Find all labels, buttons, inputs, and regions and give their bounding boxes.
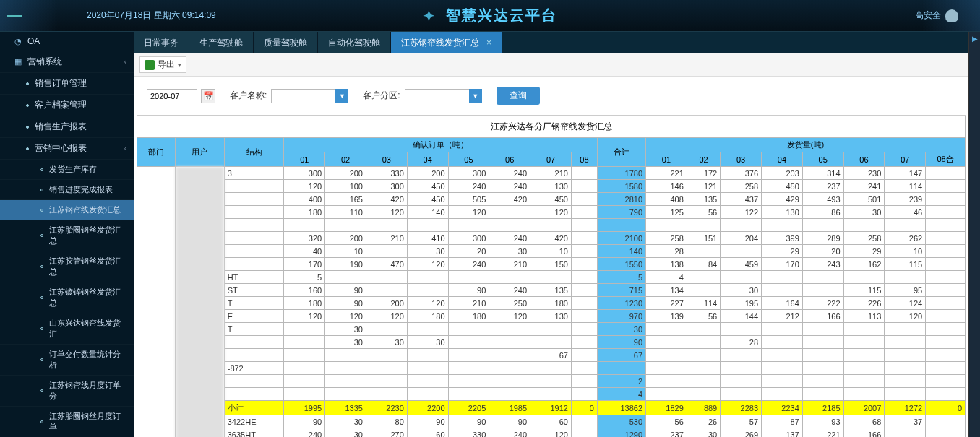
sidebar-item[interactable]: 销售进度完成报表 xyxy=(0,180,134,200)
ship-cell: 164 xyxy=(762,297,803,310)
ship-cell: 4 xyxy=(646,271,687,284)
col-ship-04: 04 xyxy=(762,152,803,167)
struct-cell: 3 xyxy=(224,167,284,180)
order-cell: 170 xyxy=(284,258,325,271)
customer-name-input[interactable] xyxy=(271,89,336,103)
sidebar-item[interactable]: ▦营销系统‹ xyxy=(0,51,134,73)
sidebar-item-label: 营销中心报表 xyxy=(35,142,87,155)
sidebar-item[interactable]: 江苏镀锌钢丝发货汇总 xyxy=(0,282,134,313)
order-cell xyxy=(366,375,407,388)
order-cell xyxy=(571,271,597,284)
sidebar-item[interactable]: 销售订单管理 xyxy=(0,73,134,95)
sum-cell: 715 xyxy=(597,284,645,297)
ship-cell xyxy=(687,271,720,284)
export-button[interactable]: 导出 ▾ xyxy=(139,56,186,73)
ship-cell: 230 xyxy=(843,167,885,180)
order-cell xyxy=(571,336,597,349)
sidebar-item[interactable]: 江苏钢帘线月度订单分 xyxy=(0,376,134,407)
order-cell: 90 xyxy=(407,415,448,428)
close-icon[interactable]: × xyxy=(486,38,491,48)
order-cell xyxy=(366,323,407,336)
ship-cell: 241 xyxy=(843,180,885,193)
order-cell xyxy=(284,362,325,375)
order-cell: 30 xyxy=(325,428,366,438)
order-cell: 90 xyxy=(325,284,366,297)
ship-cell: 237 xyxy=(802,180,843,193)
sidebar-item[interactable]: 客户档案管理 xyxy=(0,95,134,116)
order-cell xyxy=(366,219,407,232)
bullet-icon xyxy=(26,147,29,150)
tab[interactable]: 江苏钢帘线发货汇总× xyxy=(391,32,502,53)
sum-cell: 2 xyxy=(597,375,645,388)
sidebar-item[interactable]: 发货生产库存 xyxy=(0,160,134,180)
order-cell xyxy=(407,349,448,362)
sum-cell xyxy=(597,219,645,232)
order-cell: 1985 xyxy=(489,401,530,415)
tab[interactable]: 日常事务 xyxy=(134,32,189,53)
order-cell xyxy=(284,388,325,401)
date-input[interactable] xyxy=(147,89,197,103)
sidebar-item[interactable]: 订单交付数量统计分析 xyxy=(0,345,134,376)
col-group-ship: 发货量(吨) xyxy=(646,138,966,152)
customer-zone-input[interactable] xyxy=(405,89,470,103)
struct-cell xyxy=(224,219,284,232)
order-cell: 135 xyxy=(530,284,572,297)
customer-zone-dropdown[interactable]: ▼ xyxy=(469,89,482,103)
tab[interactable]: 质量驾驶舱 xyxy=(254,32,318,53)
ship-cell: 29 xyxy=(843,245,885,258)
ship-cell xyxy=(762,375,803,388)
ship-cell xyxy=(762,336,803,349)
sidebar: ◔OA▦营销系统‹销售订单管理客户档案管理销售生产报表营销中心报表‹发货生产库存… xyxy=(0,32,134,437)
ship-cell xyxy=(802,284,843,297)
order-cell: 330 xyxy=(448,428,489,438)
user-area[interactable]: 高安全 xyxy=(915,9,958,22)
table-row: 4001654204505054204502810408135437429493… xyxy=(137,193,966,206)
col-03: 03 xyxy=(366,152,407,167)
struct-cell xyxy=(224,193,284,206)
customer-name-dropdown[interactable]: ▼ xyxy=(335,89,348,103)
ship-cell: 203 xyxy=(762,167,803,180)
ship-cell xyxy=(762,219,803,232)
order-cell xyxy=(489,219,530,232)
sidebar-item[interactable]: 营销中心报表‹ xyxy=(0,138,134,160)
ship-cell: 30 xyxy=(687,428,720,438)
tab[interactable]: 自动化驾驶舱 xyxy=(318,32,391,53)
sidebar-item[interactable]: 江苏钢帘线发货汇总 xyxy=(0,200,134,220)
order-cell xyxy=(571,349,597,362)
sidebar-item[interactable]: 江苏胎圈钢丝月度订单 xyxy=(0,407,134,437)
sidebar-item[interactable]: 江苏胶管钢丝发货汇总 xyxy=(0,251,134,282)
clock-icon: ◔ xyxy=(14,37,22,46)
order-cell xyxy=(571,167,597,180)
col-ship-06: 06 xyxy=(843,152,885,167)
ship-cell: 226 xyxy=(843,297,885,310)
ship-cell: 399 xyxy=(762,232,803,245)
tab-scroll-right[interactable] xyxy=(968,32,980,437)
order-cell: 2230 xyxy=(366,401,407,415)
sidebar-item[interactable]: 江苏胎圈钢丝发货汇总 xyxy=(0,220,134,251)
order-cell: 30 xyxy=(325,336,366,349)
ship-cell: 172 xyxy=(687,167,720,180)
sidebar-item[interactable]: 山东兴达钢帘线发货汇 xyxy=(0,313,134,345)
menu-trigger[interactable] xyxy=(0,0,29,31)
bullet-icon xyxy=(26,82,29,85)
order-cell: 300 xyxy=(448,232,489,245)
struct-cell xyxy=(224,232,284,245)
tab[interactable]: 生产驾驶舱 xyxy=(189,32,254,53)
ship-cell: 166 xyxy=(843,428,885,438)
ship-cell: 115 xyxy=(843,284,885,297)
ship-cell xyxy=(885,323,926,336)
query-button[interactable]: 查询 xyxy=(497,87,540,105)
order-cell: 30 xyxy=(407,336,448,349)
sidebar-item[interactable]: 销售生产报表 xyxy=(0,116,134,138)
order-cell: 1912 xyxy=(530,401,572,415)
struct-cell: HT xyxy=(224,271,284,284)
calendar-button[interactable]: 📅 xyxy=(201,89,215,103)
ship-cell: 221 xyxy=(802,428,843,438)
ship-cell xyxy=(721,375,762,388)
ship-cell xyxy=(646,219,687,232)
sidebar-item[interactable]: ◔OA xyxy=(0,32,134,51)
ship-cell: 2234 xyxy=(762,401,803,415)
order-cell xyxy=(530,362,572,375)
ship-cell: 146 xyxy=(646,180,687,193)
ship-cell xyxy=(926,375,966,388)
